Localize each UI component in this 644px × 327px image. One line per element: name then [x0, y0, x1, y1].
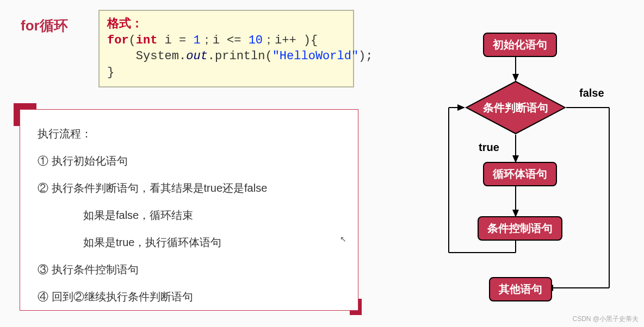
flowchart: 初始化语句 条件判断语句 循环体语句 条件控制语句 其他语句 true fals… [443, 33, 623, 315]
step-4: ④ 回到②继续执行条件判断语句 [38, 288, 352, 305]
step-2: ② 执行条件判断语句，看其结果是true还是false [38, 179, 352, 197]
kw-int: int [136, 34, 158, 47]
num-literal: 10 [249, 34, 263, 47]
code-block: 格式： for(int i = 1；i <= 10；i++ ){ System.… [98, 10, 354, 87]
cursor-icon: ↖ [340, 235, 346, 243]
code-text: i = [157, 34, 193, 47]
watermark: CSDN @小黑子史蒂夫 [572, 315, 639, 324]
flow-node-other: 其他语句 [489, 277, 552, 301]
label-false: false [579, 87, 604, 99]
step-3: ③ 执行条件控制语句 [38, 261, 352, 278]
code-format-label: 格式： [107, 17, 143, 31]
code-text: ); [358, 49, 373, 63]
step-2-true: 如果是true，执行循环体语句 [38, 234, 352, 251]
label-true: true [479, 141, 499, 154]
code-indent [107, 49, 136, 63]
flow-panel: 执行流程： ① 执行初始化语句 ② 执行条件判断语句，看其结果是true还是fa… [20, 109, 358, 311]
code-text: System. [136, 49, 186, 63]
flow-node-condition: 条件判断语句 [465, 80, 566, 135]
string-literal: "HelloWorld" [273, 49, 358, 63]
flow-node-body: 循环体语句 [483, 162, 557, 186]
code-text: ；i <= [201, 34, 249, 47]
code-text: .println( [208, 49, 273, 63]
num-literal: 1 [193, 34, 200, 47]
code-text: } [107, 66, 114, 79]
code-out: out [186, 49, 208, 63]
step-2-false: 如果是false，循环结束 [38, 206, 352, 224]
flow-node-condition-label: 条件判断语句 [465, 80, 566, 135]
flow-panel-wrap: 执行流程： ① 执行初始化语句 ② 执行条件判断语句，看其结果是true还是fa… [14, 103, 362, 315]
flow-node-control: 条件控制语句 [478, 216, 562, 241]
panel-title: 执行流程： [38, 125, 352, 142]
code-text: ；i++ ){ [263, 34, 318, 47]
flow-node-init: 初始化语句 [483, 33, 557, 57]
kw-for: for [107, 34, 129, 47]
step-1: ① 执行初始化语句 [38, 152, 352, 169]
page-title: for循环 [21, 16, 68, 35]
